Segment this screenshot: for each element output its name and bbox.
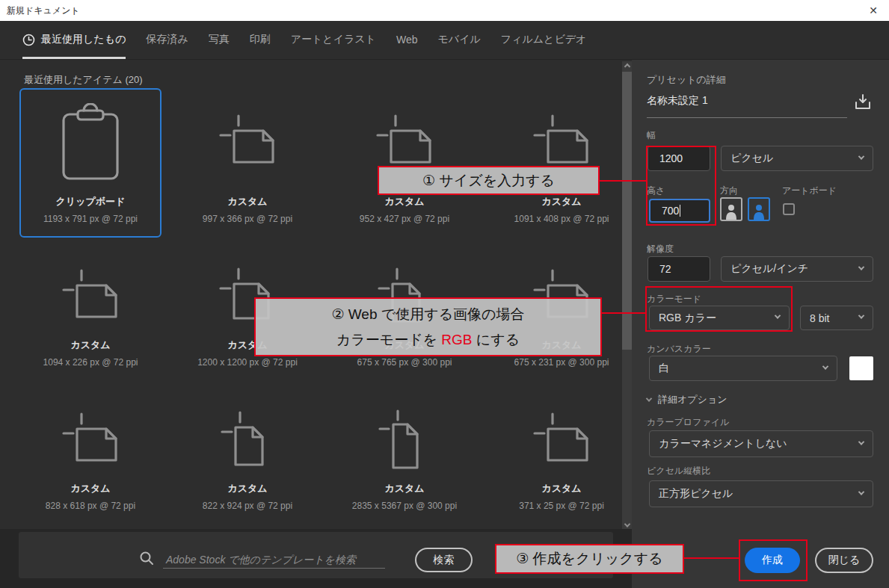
recent-item-label: カスタム	[70, 482, 110, 495]
rgb-red-text: RGB	[441, 332, 472, 347]
doc-portrait-icon	[178, 399, 317, 482]
annotation-step3: ③ 作成をクリックする	[495, 544, 684, 574]
doc-landscape-icon	[178, 90, 317, 195]
clipboard-icon	[21, 90, 160, 195]
category-tab-2[interactable]: 写真	[209, 21, 230, 59]
canvas-color-swatch[interactable]	[849, 356, 873, 380]
save-preset-icon[interactable]	[853, 93, 874, 114]
scroll-up-icon[interactable]	[622, 61, 632, 72]
chevron-down-icon	[822, 363, 828, 369]
recent-item-10[interactable]: カスタム 2835 x 5367 px @ 300 ppi	[333, 397, 476, 524]
recent-item-label: カスタム	[70, 338, 110, 352]
recent-item-size: 371 x 25 px @ 72 ppi	[519, 501, 604, 511]
recent-item-size: 1193 x 791 px @ 72 ppi	[43, 214, 138, 224]
recent-item-size: 2835 x 5367 px @ 300 ppi	[352, 501, 457, 511]
category-tab-7[interactable]: フィルムとビデオ	[501, 21, 587, 59]
artboard-checkbox[interactable]	[783, 203, 795, 215]
recent-item-label: カスタム	[541, 195, 581, 208]
height-label: 高さ	[647, 185, 665, 197]
recent-item-label: カスタム	[384, 482, 424, 495]
recent-item-size: 952 x 427 px @ 72 ppi	[360, 214, 449, 224]
window-titlebar: 新規ドキュメント ✕	[0, 0, 889, 21]
doc-tall-icon	[335, 399, 474, 482]
width-label: 幅	[647, 129, 656, 142]
annotation-line-3	[684, 557, 739, 559]
width-input[interactable]: 1200	[647, 146, 710, 171]
annotation-step2: ② Web で使用する画像の場合 カラーモードを RGB にする	[254, 297, 602, 356]
color-profile-label: カラープロファイル	[647, 416, 729, 429]
doc-landscape-icon	[21, 399, 160, 482]
text-caret	[680, 205, 680, 217]
preset-details-panel: プリセットの詳細 名称未設定 1 幅 1200 ピクセル 高さ 700 方向 ア…	[632, 60, 889, 588]
clock-icon	[22, 34, 35, 46]
search-underline	[163, 568, 385, 569]
artboard-label: アートボード	[782, 185, 837, 197]
window-close-icon[interactable]: ✕	[865, 2, 882, 19]
category-tab-1[interactable]: 保存済み	[146, 21, 188, 59]
search-icon	[139, 551, 154, 569]
close-dialog-button[interactable]: 閉じる	[815, 548, 873, 573]
document-name-field[interactable]: 名称未設定 1	[647, 94, 847, 118]
recent-item-label: クリップボード	[56, 195, 126, 208]
category-tab-4[interactable]: アートとイラスト	[291, 21, 376, 59]
recent-item-label: カスタム	[541, 482, 581, 495]
bit-depth-dropdown[interactable]: 8 bit	[800, 306, 873, 330]
recent-item-11[interactable]: カスタム 371 x 25 px @ 72 ppi	[490, 397, 633, 524]
recent-item-size: 828 x 618 px @ 72 ppi	[46, 501, 135, 511]
search-button[interactable]: 検索	[415, 548, 473, 572]
recent-item-label: カスタム	[227, 195, 267, 208]
recent-item-size: 997 x 366 px @ 72 ppi	[203, 214, 292, 224]
new-document-dialog: 新規ドキュメント ✕ 最近使用したもの 保存済み 写真 印刷	[0, 0, 889, 588]
category-tab-3[interactable]: 印刷	[250, 21, 271, 59]
resolution-unit-dropdown[interactable]: ピクセル/インチ	[721, 256, 873, 282]
chevron-down-icon	[646, 395, 652, 401]
doc-landscape-icon	[21, 256, 160, 338]
category-tab-6[interactable]: モバイル	[437, 21, 480, 59]
annotation-step1: ① サイズを入力する	[378, 166, 600, 195]
recent-section-title: 最近使用したアイテム (20)	[24, 73, 143, 87]
recent-item-0[interactable]: クリップボード 1193 x 791 px @ 72 ppi	[19, 88, 162, 238]
category-tab-0[interactable]: 最近使用したもの	[22, 21, 126, 59]
recent-item-3[interactable]: カスタム 1091 x 408 px @ 72 ppi	[490, 88, 633, 238]
chevron-down-icon	[858, 489, 864, 495]
unit-dropdown[interactable]: ピクセル	[721, 146, 873, 171]
stock-search-input[interactable]: Adobe Stock で他のテンプレートを検索	[166, 554, 356, 567]
annotation-line-1	[600, 180, 646, 182]
color-profile-dropdown[interactable]: カラーマネジメントしない	[649, 430, 873, 457]
color-mode-label: カラーモード	[647, 293, 701, 306]
recent-item-9[interactable]: カスタム 822 x 924 px @ 72 ppi	[176, 397, 319, 524]
recent-item-label: カスタム	[227, 482, 267, 495]
category-tabbar: 最近使用したもの 保存済み 写真 印刷 アートとイラスト W	[0, 21, 889, 60]
chevron-down-icon	[858, 439, 864, 445]
vertical-scrollbar[interactable]	[622, 61, 632, 530]
annotation-line-2	[602, 312, 645, 314]
canvas-color-dropdown[interactable]: 白	[649, 356, 837, 381]
recent-item-size: 1094 x 226 px @ 72 ppi	[43, 357, 138, 368]
advanced-options-toggle[interactable]: 詳細オプション	[647, 393, 727, 406]
doc-landscape-icon	[492, 399, 631, 482]
recent-item-size: 675 x 231 px @ 300 ppi	[514, 357, 609, 368]
resolution-input[interactable]: 72	[647, 256, 710, 282]
orientation-portrait-button[interactable]	[720, 197, 742, 221]
height-input[interactable]: 700	[649, 199, 710, 223]
recent-item-size: 675 x 765 px @ 300 ppi	[357, 357, 452, 368]
window-title: 新規ドキュメント	[7, 4, 80, 17]
resolution-label: 解像度	[647, 243, 674, 256]
scrollbar-thumb[interactable]	[622, 72, 632, 350]
orientation-label: 方向	[720, 185, 738, 197]
recent-item-1[interactable]: カスタム 997 x 366 px @ 72 ppi	[176, 88, 319, 238]
pixel-aspect-label: ピクセル縦横比	[647, 465, 710, 477]
pixel-aspect-dropdown[interactable]: 正方形ピクセル	[649, 480, 873, 507]
chevron-down-icon	[775, 312, 781, 318]
recent-item-2[interactable]: カスタム 952 x 427 px @ 72 ppi	[333, 88, 476, 238]
recent-item-4[interactable]: カスタム 1094 x 226 px @ 72 ppi	[19, 254, 162, 381]
panel-title: プリセットの詳細	[647, 73, 726, 87]
recent-item-label: カスタム	[384, 195, 424, 208]
recent-item-size: 1091 x 408 px @ 72 ppi	[514, 214, 609, 224]
orientation-landscape-button[interactable]	[748, 197, 770, 221]
category-tab-5[interactable]: Web	[396, 21, 418, 59]
recent-item-size: 1200 x 1200 px @ 72 ppi	[197, 357, 298, 368]
color-mode-dropdown[interactable]: RGB カラー	[649, 306, 790, 330]
recent-item-8[interactable]: カスタム 828 x 618 px @ 72 ppi	[19, 397, 162, 524]
create-button[interactable]: 作成	[745, 548, 800, 573]
